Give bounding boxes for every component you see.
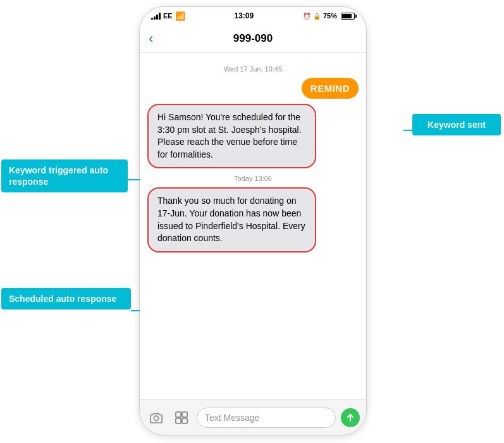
phone-frame: EE 📶 13:09 ⏰ 🔒 75% ‹ 999-090 Wed 17 Jun,…	[139, 6, 367, 435]
annotation-scheduled: Scheduled auto response	[1, 288, 131, 309]
alarm-icon: ⏰	[303, 13, 310, 20]
annotation-keyword-sent: Keyword sent	[412, 114, 501, 135]
keyword-response-bubble: Hi Samson! You're scheduled for the 3:30…	[147, 104, 316, 168]
nav-bar: ‹ 999-090	[140, 25, 366, 53]
timestamp-1: Wed 17 Jun, 10:45	[147, 65, 359, 73]
lock-icon: 🔒	[313, 13, 321, 20]
nav-title: 999-090	[233, 32, 273, 45]
keyword-sent-bubble: REMIND	[302, 78, 359, 99]
scheduled-response-bubble: Thank you so much for donating on 17-Jun…	[147, 187, 316, 252]
status-left: EE 📶	[151, 11, 185, 21]
connector-keyword-trigger	[128, 179, 140, 180]
timestamp-2: Today 13:06	[147, 175, 359, 182]
keyword-sent-row: REMIND	[147, 78, 359, 99]
input-bar: Text Message	[140, 399, 366, 435]
svg-rect-2	[182, 411, 187, 416]
camera-icon[interactable]	[146, 408, 166, 428]
time-label: 13:09	[234, 11, 254, 20]
scheduled-response-row: Thank you so much for donating on 17-Jun…	[147, 187, 359, 252]
send-button[interactable]	[341, 408, 360, 427]
back-button[interactable]: ‹	[149, 30, 153, 47]
text-input-placeholder: Text Message	[205, 413, 259, 423]
connector-scheduled	[131, 310, 140, 311]
battery-pct-label: 75%	[323, 12, 337, 20]
status-bar: EE 📶 13:09 ⏰ 🔒 75%	[140, 7, 366, 25]
wifi-icon: 📶	[175, 11, 185, 21]
svg-point-0	[154, 416, 158, 420]
svg-rect-3	[176, 418, 181, 423]
annotation-keyword-trigger: Keyword triggered auto response	[1, 159, 128, 192]
messages-area: Wed 17 Jun, 10:45 REMIND Hi Samson! You'…	[140, 53, 366, 401]
appstore-icon[interactable]	[171, 408, 192, 428]
keyword-response-row: Hi Samson! You're scheduled for the 3:30…	[147, 104, 359, 168]
status-right: ⏰ 🔒 75%	[303, 12, 355, 20]
text-input[interactable]: Text Message	[197, 408, 336, 428]
connector-keyword-sent	[403, 130, 412, 131]
signal-icon	[151, 12, 161, 20]
battery-icon	[341, 13, 355, 20]
svg-rect-4	[182, 418, 187, 423]
svg-rect-1	[176, 411, 181, 416]
carrier-label: EE	[163, 12, 173, 20]
